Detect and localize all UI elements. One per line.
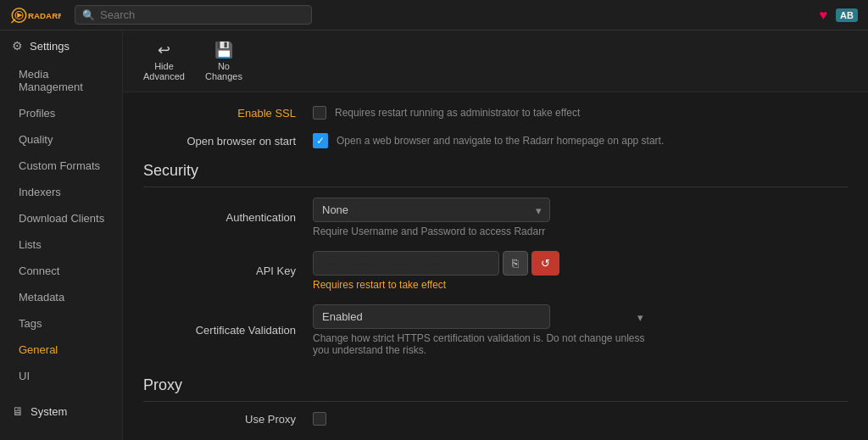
sidebar-item-metadata[interactable]: Metadata bbox=[0, 284, 122, 310]
hide-advanced-button[interactable]: ↩ Hide Advanced bbox=[136, 37, 192, 85]
sidebar-item-profiles[interactable]: Profiles bbox=[0, 100, 122, 126]
apikey-input-row: ⎘ ↺ bbox=[313, 251, 559, 276]
hide-advanced-label: Hide Advanced bbox=[143, 61, 185, 81]
sidebar-section-label: Settings bbox=[30, 40, 70, 53]
certificate-label: Certificate Validation bbox=[143, 324, 313, 337]
app-logo: RADARR bbox=[10, 6, 61, 25]
open-browser-label: Open browser on start bbox=[143, 135, 313, 148]
open-browser-row: Open browser on start ✓ Open a web brows… bbox=[143, 133, 848, 148]
proxy-heading: Proxy bbox=[143, 376, 848, 402]
apikey-input[interactable] bbox=[313, 251, 499, 276]
sidebar-item-download-clients[interactable]: Download Clients bbox=[0, 205, 122, 231]
enable-ssl-label: Enable SSL bbox=[143, 107, 313, 120]
authentication-hint: Require Username and Password to access … bbox=[313, 226, 550, 237]
authentication-label: Authentication bbox=[143, 211, 313, 224]
use-proxy-row: Use Proxy bbox=[143, 412, 848, 426]
open-browser-hint: Open a web browser and navigate to the R… bbox=[337, 135, 664, 147]
refresh-icon: ↺ bbox=[541, 257, 550, 270]
sidebar-item-tags[interactable]: Tags bbox=[0, 310, 122, 337]
enable-ssl-checkbox[interactable] bbox=[313, 106, 326, 120]
svg-text:RADARR: RADARR bbox=[28, 10, 61, 19]
open-browser-value: ✓ Open a web browser and navigate to the… bbox=[313, 133, 664, 148]
sidebar-item-general[interactable]: General bbox=[0, 337, 122, 363]
security-heading: Security bbox=[143, 162, 848, 187]
nav-right: ♥ AB bbox=[820, 8, 858, 23]
sidebar-item-indexers[interactable]: Indexers bbox=[0, 179, 122, 205]
sidebar-item-ui[interactable]: UI bbox=[0, 363, 122, 389]
proxy-section: Proxy Use Proxy bbox=[143, 376, 848, 426]
sidebar-system-header[interactable]: 🖥 System bbox=[0, 396, 122, 426]
topnav: RADARR 🔍 ♥ AB bbox=[0, 0, 868, 31]
certificate-value: Enabled Disabled for Local Addresses Dis… bbox=[313, 304, 652, 356]
sidebar-item-quality[interactable]: Quality bbox=[0, 126, 122, 153]
certificate-select-wrapper: Enabled Disabled for Local Addresses Dis… bbox=[313, 304, 652, 329]
enable-ssl-hint: Requires restart running as administrato… bbox=[335, 107, 580, 119]
sidebar-settings-header[interactable]: ⚙ Settings bbox=[0, 31, 122, 61]
sidebar-item-media-management[interactable]: Media Management bbox=[0, 61, 122, 100]
use-proxy-checkbox[interactable] bbox=[313, 412, 326, 426]
copy-icon: ⎘ bbox=[512, 257, 519, 270]
enable-ssl-value: Requires restart running as administrato… bbox=[313, 106, 580, 120]
main-layout: ⚙ Settings Media Management Profiles Qua… bbox=[0, 31, 868, 440]
apikey-row: API Key ⎘ ↺ Requires restart to take eff… bbox=[143, 251, 848, 291]
certificate-select[interactable]: Enabled Disabled for Local Addresses Dis… bbox=[313, 304, 550, 329]
apikey-hint: Requires restart to take effect bbox=[313, 279, 559, 291]
user-badge[interactable]: AB bbox=[836, 8, 858, 22]
content-area: ↩ Hide Advanced 💾 No Changes Enable SSL … bbox=[123, 31, 868, 440]
no-changes-icon: 💾 bbox=[214, 41, 233, 59]
authentication-select-wrapper: None Basic (Browser Popup) Forms (Login … bbox=[313, 198, 550, 222]
authentication-row: Authentication None Basic (Browser Popup… bbox=[143, 198, 848, 237]
heart-icon[interactable]: ♥ bbox=[820, 8, 828, 23]
authentication-select[interactable]: None Basic (Browser Popup) Forms (Login … bbox=[313, 198, 550, 222]
enable-ssl-row: Enable SSL Requires restart running as a… bbox=[143, 106, 848, 120]
search-input[interactable] bbox=[100, 8, 304, 21]
apikey-label: API Key bbox=[143, 265, 313, 277]
apikey-regenerate-button[interactable]: ↺ bbox=[531, 251, 559, 276]
search-icon: 🔍 bbox=[82, 9, 95, 21]
settings-content: Enable SSL Requires restart running as a… bbox=[123, 92, 868, 440]
certificate-hint: Change how strict HTTPS certification va… bbox=[313, 332, 652, 356]
authentication-value: None Basic (Browser Popup) Forms (Login … bbox=[313, 198, 550, 237]
system-icon: 🖥 bbox=[12, 404, 24, 418]
no-changes-button[interactable]: 💾 No Changes bbox=[198, 37, 249, 85]
apikey-value: ⎘ ↺ Requires restart to take effect bbox=[313, 251, 559, 291]
svg-marker-3 bbox=[17, 13, 22, 18]
toolbar: ↩ Hide Advanced 💾 No Changes bbox=[123, 31, 868, 92]
sidebar: ⚙ Settings Media Management Profiles Qua… bbox=[0, 31, 123, 440]
no-changes-label: No Changes bbox=[205, 61, 242, 81]
gear-icon: ⚙ bbox=[12, 39, 23, 53]
open-browser-checkbox[interactable]: ✓ bbox=[313, 133, 328, 148]
certificate-row: Certificate Validation Enabled Disabled … bbox=[143, 304, 848, 356]
use-proxy-value bbox=[313, 412, 326, 426]
sidebar-system-label: System bbox=[31, 405, 67, 418]
sidebar-item-custom-formats[interactable]: Custom Formats bbox=[0, 153, 122, 179]
sidebar-item-connect[interactable]: Connect bbox=[0, 258, 122, 284]
apikey-copy-button[interactable]: ⎘ bbox=[503, 251, 528, 276]
hide-advanced-icon: ↩ bbox=[158, 41, 170, 59]
use-proxy-label: Use Proxy bbox=[143, 413, 313, 426]
sidebar-item-lists[interactable]: Lists bbox=[0, 231, 122, 258]
search-bar[interactable]: 🔍 bbox=[75, 5, 312, 25]
